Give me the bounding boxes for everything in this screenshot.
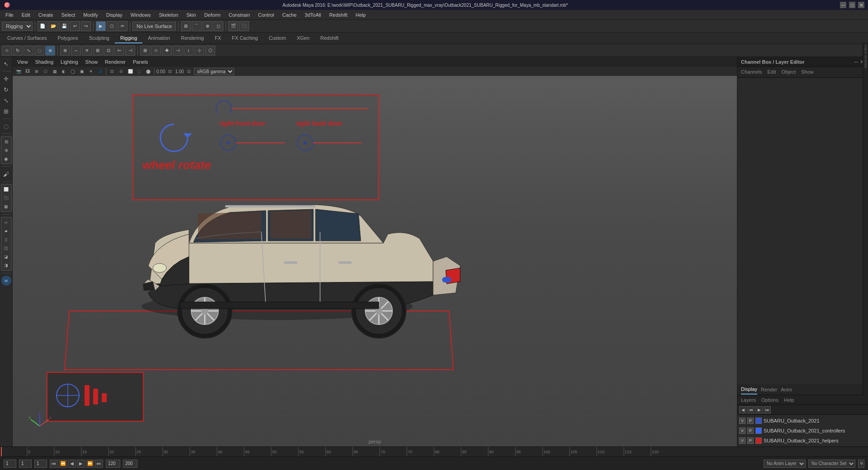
shelf-joint[interactable]: ⊛ (60, 46, 70, 56)
frame-end2-input[interactable] (123, 460, 137, 468)
display-wireframe[interactable]: ⬜ (2, 185, 10, 193)
display-textured[interactable]: ▦ (2, 202, 10, 211)
shelf-poly[interactable]: ⬡ (205, 46, 215, 56)
shelf-universal-manip[interactable]: ⊕ (45, 46, 55, 56)
vp-ao-btn[interactable]: ◌ (135, 68, 143, 75)
snap-curve-button[interactable]: ⌒ (192, 21, 202, 31)
menu-create[interactable]: Create (35, 11, 57, 19)
rp-tab-channels[interactable]: Channels (741, 67, 762, 77)
size-btn-1[interactable]: ▱ (2, 218, 10, 226)
frame-start-input[interactable] (4, 460, 16, 468)
timeline-settings-button[interactable]: ⚙ (858, 460, 864, 468)
vp-light-btn[interactable]: ☀ (87, 68, 95, 75)
shelf-ik-sc[interactable]: ⊡ (104, 46, 113, 56)
size-btn-3[interactable]: ▯ (2, 235, 10, 244)
layer-v-2[interactable]: V (739, 428, 745, 434)
close-button[interactable]: ✕ (858, 2, 864, 8)
dra-tab-render[interactable]: Render (761, 385, 777, 394)
vp-menu-panels[interactable]: Panels (130, 59, 151, 65)
vp-menu-shading[interactable]: Shading (33, 59, 56, 65)
tab-fx-caching[interactable]: FX Caching (226, 33, 263, 43)
vp-xray-btn[interactable]: ◯ (69, 68, 77, 75)
menu-constrain[interactable]: Constrain (225, 11, 254, 19)
rotate-button[interactable]: ↻ (1, 85, 11, 94)
play-back-button[interactable]: ◀ (68, 460, 76, 468)
mode-select[interactable]: Rigging (2, 22, 33, 31)
shelf-arrow[interactable]: ⊹ (151, 46, 161, 56)
shelf-nurbscv[interactable]: ⊹ (194, 46, 204, 56)
shelf-ik-spring[interactable]: ⤧ (82, 46, 92, 56)
timeline[interactable]: 5 10 15 20 25 30 35 40 45 50 55 60 65 (0, 446, 868, 456)
dra-tab-display[interactable]: Display (741, 385, 757, 395)
layer-row-2[interactable]: V P SUBARU_Outback_2021_controllers (737, 426, 868, 436)
tab-fx[interactable]: FX (209, 33, 226, 43)
move-button[interactable]: ✛ (1, 74, 11, 84)
viewport[interactable]: View Shading Lighting Show Renderer Pane… (13, 57, 737, 446)
layer-row-1[interactable]: V P SUBARU_Outback_2021 (737, 416, 868, 426)
vp-next-btn[interactable]: ⬜ (126, 68, 134, 75)
color-space-select[interactable]: sRGB gamma (194, 68, 234, 75)
vp-shade-btn[interactable]: ▦ (51, 68, 59, 75)
menu-edit[interactable]: Edit (18, 11, 34, 19)
help-menu[interactable]: Help (784, 397, 794, 403)
tab-custom[interactable]: Custom (264, 33, 292, 43)
shelf-ik[interactable]: ↔ (71, 46, 81, 56)
snap-point-button[interactable]: ⊕ (203, 21, 212, 31)
universal-button[interactable]: ⊞ (1, 106, 11, 116)
tab-rigging[interactable]: Rigging (115, 33, 142, 43)
snap-to-view[interactable]: ◉ (2, 155, 10, 163)
open-file-button[interactable]: 📂 (48, 21, 58, 31)
menu-windows[interactable]: Windows (127, 11, 155, 19)
vp-iso-btn[interactable]: ⊡ (108, 68, 116, 75)
vp-cam-btn[interactable]: 📷 (14, 68, 23, 75)
shelf-cross[interactable]: ✚ (162, 46, 172, 56)
layers-menu[interactable]: Layers (741, 397, 756, 403)
playhead[interactable] (1, 447, 2, 456)
tab-xgen[interactable]: XGen (291, 33, 315, 43)
layer-prev-button[interactable]: ◀ (739, 406, 746, 414)
new-file-button[interactable]: 📄 (38, 21, 47, 31)
layer-skip-next-button[interactable]: ⏭ (764, 406, 771, 414)
shelf-ik2[interactable]: ⊢ (114, 46, 124, 56)
menu-redshift[interactable]: Redshift (326, 11, 351, 19)
minimize-button[interactable]: ─ (840, 2, 846, 8)
layer-next-button[interactable]: ▶ (755, 406, 763, 414)
menu-3dtoall[interactable]: 3dToAll (301, 11, 325, 19)
vp-menu-show[interactable]: Show (83, 59, 101, 65)
shelf-scale[interactable]: ⤡ (24, 46, 33, 56)
render-button[interactable]: 🎬 (228, 21, 238, 31)
menu-modify[interactable]: Modify (80, 11, 101, 19)
scale-button[interactable]: ⤡ (1, 95, 11, 105)
layer-p-2[interactable]: P (747, 428, 754, 434)
goto-end-button[interactable]: ⏭ (95, 460, 103, 468)
step-forward-button[interactable]: ⏩ (86, 460, 94, 468)
vp-menu-lighting[interactable]: Lighting (58, 59, 81, 65)
shelf-plus-minus[interactable]: ⊞ (140, 46, 150, 56)
shelf-curves-b[interactable]: ≀ (184, 46, 193, 56)
tab-curves-surfaces[interactable]: Curves / Surfaces (2, 33, 52, 43)
gamma-control[interactable]: ⊡ (185, 68, 193, 75)
layer-p-1[interactable]: P (747, 418, 754, 424)
menu-select[interactable]: Select (58, 11, 79, 19)
shelf-chain[interactable]: ⊣ (125, 46, 135, 56)
vp-dof-btn[interactable]: ⬤ (144, 68, 152, 75)
vp-menu-view[interactable]: View (14, 59, 31, 65)
vp-smooth-btn[interactable]: ◐ (60, 68, 68, 75)
play-forward-button[interactable]: ▶ (77, 460, 85, 468)
crosshair-control[interactable] (54, 382, 81, 409)
select-mode-button[interactable]: ↖ (1, 59, 11, 69)
front-door-control[interactable] (219, 134, 292, 153)
char-set-select[interactable]: No Character Set (808, 460, 855, 468)
shelf-ik-rp[interactable]: ⊞ (93, 46, 103, 56)
tab-polygons[interactable]: Polygons (52, 33, 83, 43)
size-btn-6[interactable]: ◨ (2, 261, 10, 269)
frame-bar-input[interactable] (34, 460, 47, 468)
viewport-content[interactable]: wheel rotate right front door (13, 76, 737, 446)
layer-skip-prev-button[interactable]: ⏮ (747, 406, 755, 414)
goto-start-button[interactable]: ⏮ (50, 460, 58, 468)
anim-layer-select[interactable]: No Anim Layer (764, 460, 806, 468)
snap-to-grid[interactable]: ⊞ (2, 137, 10, 146)
menu-help[interactable]: Help (352, 11, 369, 19)
tab-redshift[interactable]: Redshift (315, 33, 344, 43)
soft-select-button[interactable]: ◌ (1, 121, 11, 131)
